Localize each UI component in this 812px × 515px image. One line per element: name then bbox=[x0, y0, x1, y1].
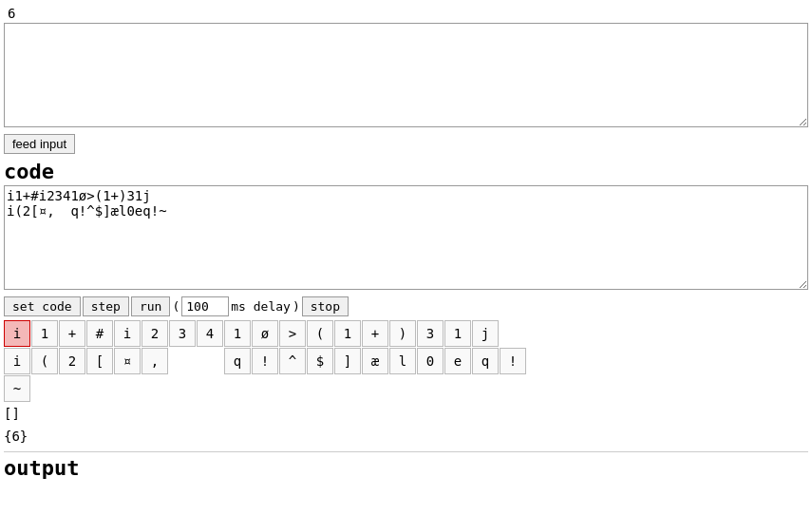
char-cell[interactable]: # bbox=[86, 320, 113, 347]
char-cell[interactable]: 1 bbox=[31, 320, 58, 347]
char-cell[interactable]: > bbox=[279, 320, 306, 347]
char-cell[interactable]: i bbox=[4, 348, 30, 374]
divider bbox=[4, 451, 808, 452]
set-code-button[interactable]: set code bbox=[4, 296, 81, 316]
char-cell[interactable]: ) bbox=[389, 320, 416, 347]
char-cell[interactable]: e bbox=[444, 348, 471, 374]
code-textarea[interactable] bbox=[4, 185, 808, 290]
char-cell[interactable]: q bbox=[472, 348, 499, 374]
paren-close: ) bbox=[293, 299, 300, 314]
paren-open: ( bbox=[172, 299, 179, 314]
char-cell[interactable]: l bbox=[389, 348, 416, 374]
char-cell[interactable]: 4 bbox=[197, 320, 223, 347]
char-cell bbox=[197, 348, 223, 374]
char-cell bbox=[500, 320, 526, 347]
char-cell[interactable]: i bbox=[114, 320, 141, 347]
top-textarea[interactable] bbox=[4, 23, 808, 127]
char-cell[interactable]: ( bbox=[31, 348, 58, 374]
char-cell[interactable]: j bbox=[472, 320, 499, 347]
char-cell[interactable]: q bbox=[224, 348, 251, 374]
output-label: output bbox=[4, 456, 808, 480]
char-cell[interactable]: ¤ bbox=[114, 348, 141, 374]
char-cell[interactable]: [ bbox=[86, 348, 113, 374]
stop-button[interactable]: stop bbox=[302, 296, 349, 316]
char-cell[interactable]: ~ bbox=[4, 375, 30, 402]
char-cell[interactable]: 0 bbox=[417, 348, 444, 374]
char-cell[interactable]: ] bbox=[334, 348, 361, 374]
char-cell[interactable]: ( bbox=[307, 320, 333, 347]
char-cell[interactable]: 1 bbox=[224, 320, 251, 347]
char-cell[interactable]: ! bbox=[500, 348, 526, 374]
char-cell bbox=[169, 348, 196, 374]
char-grid: i1+#i2341ø>(1+)31ji(2[¤,q!^$]æl0eq!~ bbox=[4, 320, 808, 402]
char-cell[interactable]: 2 bbox=[142, 320, 168, 347]
char-cell[interactable]: 1 bbox=[444, 320, 471, 347]
char-cell[interactable]: 2 bbox=[59, 348, 85, 374]
char-cell[interactable]: ø bbox=[252, 320, 278, 347]
char-cell[interactable]: ! bbox=[252, 348, 278, 374]
char-cell[interactable]: æ bbox=[362, 348, 388, 374]
char-cell[interactable]: + bbox=[362, 320, 388, 347]
feed-input-button[interactable]: feed input bbox=[4, 134, 75, 154]
toolbar: set code step run ( ms delay ) stop bbox=[4, 296, 808, 316]
code-label: code bbox=[4, 160, 808, 183]
char-cell[interactable]: + bbox=[59, 320, 85, 347]
char-cell[interactable]: , bbox=[142, 348, 168, 374]
char-cell[interactable]: i bbox=[4, 320, 30, 347]
ms-delay-input[interactable] bbox=[181, 296, 229, 316]
char-cell[interactable]: 1 bbox=[334, 320, 361, 347]
step-button[interactable]: step bbox=[83, 296, 129, 316]
run-button[interactable]: run bbox=[131, 296, 170, 316]
char-cell[interactable]: 3 bbox=[417, 320, 444, 347]
top-number: 6 bbox=[4, 4, 808, 23]
char-cell[interactable]: ^ bbox=[279, 348, 306, 374]
brackets-line: [] bbox=[4, 406, 808, 421]
result-line: {6} bbox=[4, 429, 808, 444]
char-cell[interactable]: $ bbox=[307, 348, 333, 374]
ms-delay-label: ms delay bbox=[231, 299, 291, 314]
char-cell[interactable]: 3 bbox=[169, 320, 196, 347]
